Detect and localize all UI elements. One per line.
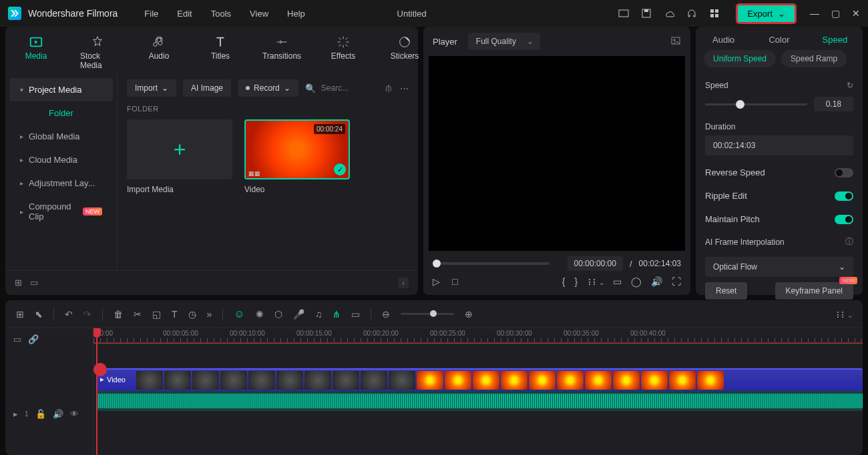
tab-effects[interactable]: Effects bbox=[326, 32, 361, 73]
sidebar-folder[interactable]: Folder bbox=[9, 101, 113, 125]
tab-audio[interactable]: Audio bbox=[142, 32, 176, 73]
tab-speed-props[interactable]: Speed bbox=[807, 35, 863, 45]
fullscreen-icon[interactable]: ⛶ bbox=[672, 276, 681, 287]
close-button[interactable]: ✕ bbox=[852, 8, 860, 19]
snapshot-icon[interactable] bbox=[670, 35, 681, 48]
speed-icon[interactable]: ◷ bbox=[188, 309, 196, 320]
total-time: 00:02:14:03 bbox=[639, 259, 681, 268]
ai-image-button[interactable]: AI Image bbox=[183, 79, 231, 97]
mark-in-button[interactable]: { bbox=[562, 276, 566, 287]
duration-input[interactable]: 00:02:14:03 bbox=[705, 135, 853, 155]
sidebar-cloud-media[interactable]: ▸Cloud Media bbox=[9, 148, 113, 171]
redo-icon[interactable]: ↷ bbox=[83, 309, 91, 320]
stop-button[interactable]: □ bbox=[452, 276, 457, 287]
sidebar-adjustment-layer[interactable]: ▸Adjustment Lay... bbox=[9, 171, 113, 195]
quality-select[interactable]: Full Quality bbox=[468, 33, 540, 50]
video-track-clip[interactable]: ▸Video bbox=[96, 368, 863, 391]
music-icon[interactable]: ♫ bbox=[315, 309, 322, 320]
zoom-slider[interactable] bbox=[401, 313, 454, 315]
filter-icon[interactable]: ⫛ bbox=[385, 83, 393, 93]
headphones-icon[interactable] bbox=[686, 8, 697, 19]
search-input[interactable] bbox=[321, 83, 361, 93]
tab-stock-media[interactable]: Stock Media bbox=[80, 32, 115, 73]
ripple-edit-toggle[interactable] bbox=[835, 191, 853, 201]
link-icon[interactable]: 🔗 bbox=[28, 334, 39, 344]
arrange-icon[interactable]: ⊞ bbox=[16, 309, 24, 320]
shield-icon[interactable]: ⬡ bbox=[274, 309, 282, 320]
import-button[interactable]: Import⌄ bbox=[127, 79, 176, 97]
zoom-in-icon[interactable]: ⊕ bbox=[465, 309, 473, 320]
video-preview[interactable] bbox=[429, 56, 685, 251]
video-thumbnail[interactable]: 00:00:24 ✓ ▦▦ bbox=[244, 119, 350, 179]
minimize-button[interactable]: — bbox=[810, 8, 819, 19]
properties-panel: Audio Color Speed Uniform Speed Speed Ra… bbox=[696, 27, 863, 295]
track-header-icon[interactable]: ▭ bbox=[13, 334, 21, 344]
tab-stickers[interactable]: Stickers bbox=[387, 32, 422, 73]
record-button[interactable]: Record⌄ bbox=[238, 79, 298, 97]
timeline-tracks[interactable]: 00:0000:00:05:0000:00:10:0000:00:15:0000… bbox=[93, 328, 863, 455]
reset-speed-icon[interactable]: ↻ bbox=[847, 81, 853, 90]
reset-button[interactable]: Reset bbox=[705, 282, 747, 300]
cloud-icon[interactable] bbox=[664, 8, 674, 19]
delete-icon[interactable]: 🗑 bbox=[114, 309, 123, 320]
volume-icon[interactable]: 🔊 bbox=[651, 276, 662, 287]
marker-icon[interactable]: ▭ bbox=[351, 309, 360, 320]
layout-icon[interactable] bbox=[618, 8, 629, 19]
color-wheel-icon[interactable]: ✺ bbox=[256, 309, 264, 320]
lock-icon[interactable]: 🔓 bbox=[35, 409, 46, 419]
video-track-icon[interactable]: ▸ bbox=[13, 409, 18, 419]
menu-file[interactable]: File bbox=[144, 9, 158, 19]
scrubber[interactable] bbox=[433, 262, 550, 265]
export-button[interactable]: Export ⌄ bbox=[736, 3, 797, 24]
speed-slider[interactable] bbox=[705, 103, 807, 105]
mic-icon[interactable]: 🎤 bbox=[293, 309, 304, 320]
crop-icon[interactable]: ◱ bbox=[152, 309, 161, 320]
crop-dropdown[interactable]: ⫶⫶ ⌄ bbox=[587, 276, 604, 287]
keyframe-panel-button[interactable]: Keyframe PanelNEW bbox=[775, 282, 853, 300]
ai-smiley-icon[interactable]: ☺ bbox=[234, 308, 244, 320]
folder-icon[interactable]: ▭ bbox=[30, 278, 38, 288]
tab-audio-props[interactable]: Audio bbox=[696, 35, 751, 45]
mute-icon[interactable]: 🔊 bbox=[53, 409, 63, 419]
tab-media[interactable]: Media bbox=[19, 32, 53, 73]
collapse-sidebar-button[interactable]: ‹ bbox=[398, 278, 409, 288]
speed-ramp-chip[interactable]: Speed Ramp bbox=[781, 50, 847, 67]
mark-out-button[interactable]: } bbox=[574, 276, 578, 287]
speed-value[interactable]: 0.18 bbox=[814, 97, 853, 111]
display-icon[interactable]: ▭ bbox=[613, 276, 622, 287]
search-box[interactable]: 🔍 bbox=[305, 83, 378, 93]
info-icon[interactable]: ⓘ bbox=[845, 236, 853, 248]
tab-transitions[interactable]: Transitions bbox=[264, 32, 299, 73]
more-icon[interactable]: ⋯ bbox=[400, 83, 409, 93]
ai-interp-select[interactable]: Optical Flow⌄ bbox=[705, 257, 853, 277]
undo-icon[interactable]: ↶ bbox=[65, 309, 73, 320]
uniform-speed-chip[interactable]: Uniform Speed bbox=[704, 50, 776, 67]
sidebar-global-media[interactable]: ▸Global Media bbox=[9, 125, 113, 148]
visibility-icon[interactable]: 👁 bbox=[70, 409, 79, 419]
cut-icon[interactable]: ✂ bbox=[134, 309, 142, 320]
tab-color-props[interactable]: Color bbox=[751, 35, 807, 45]
timeline-options-icon[interactable]: ⫶⫶ ⌄ bbox=[835, 309, 852, 320]
timeline-ruler[interactable]: 00:0000:00:05:0000:00:10:0000:00:15:0000… bbox=[93, 328, 863, 343]
grid-icon[interactable] bbox=[709, 8, 720, 19]
zoom-out-icon[interactable]: ⊖ bbox=[382, 309, 390, 320]
menu-edit[interactable]: Edit bbox=[177, 9, 192, 19]
selection-tool-icon[interactable]: ⬉ bbox=[35, 309, 43, 320]
sidebar-compound-clip[interactable]: ▸Compound ClipNEW bbox=[9, 195, 113, 228]
more-tools-icon[interactable]: » bbox=[207, 309, 212, 320]
tab-titles[interactable]: Titles bbox=[203, 32, 238, 73]
reverse-speed-toggle[interactable] bbox=[835, 168, 853, 177]
audio-track-clip[interactable] bbox=[96, 391, 863, 411]
maximize-button[interactable]: ▢ bbox=[831, 8, 840, 19]
text-icon[interactable]: T bbox=[172, 309, 178, 320]
new-folder-icon[interactable]: ⊞ bbox=[15, 278, 22, 288]
maintain-pitch-toggle[interactable] bbox=[835, 215, 853, 224]
camera-icon[interactable]: ◯ bbox=[631, 276, 642, 287]
auto-cut-icon[interactable]: ⋔ bbox=[333, 309, 341, 320]
import-media-tile[interactable]: + bbox=[127, 119, 232, 179]
save-icon[interactable] bbox=[641, 8, 652, 19]
playhead[interactable] bbox=[96, 328, 97, 455]
play-button[interactable]: ▷ bbox=[433, 276, 440, 287]
sidebar-project-media[interactable]: ▾Project Media bbox=[9, 78, 113, 101]
marker-icon[interactable] bbox=[93, 363, 107, 376]
